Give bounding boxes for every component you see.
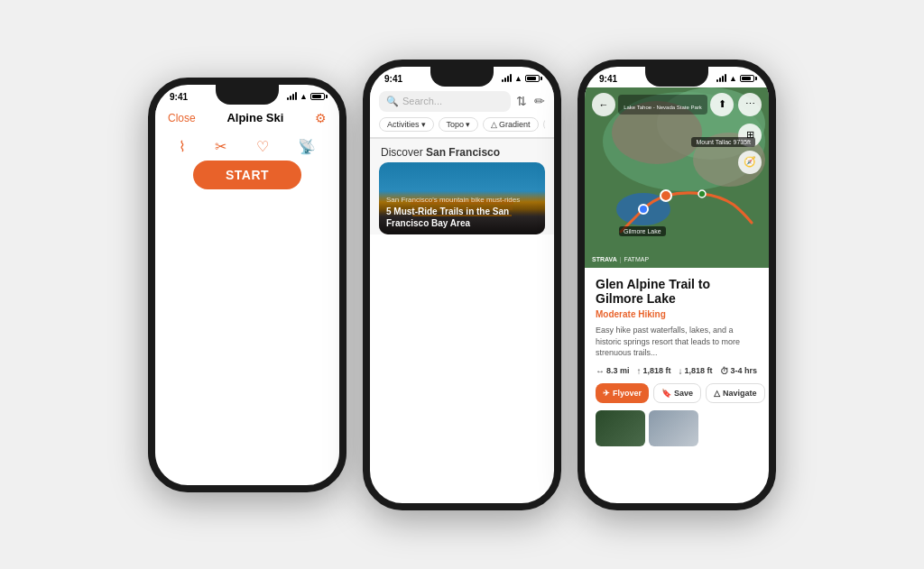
filter-lift[interactable]: ✓ Lif... xyxy=(543,117,545,132)
lake-label: Gilmore Lake xyxy=(619,226,666,236)
discover-prefix: Discover xyxy=(381,146,423,159)
search-placeholder: Search... xyxy=(402,96,442,106)
phone2-content: 🔍 Search... ⇅ ✏ Activities ▾ Topo xyxy=(370,87,554,234)
svg-point-34 xyxy=(639,205,648,214)
battery-icon xyxy=(310,93,325,100)
bookmark-icon: 🔖 xyxy=(661,389,671,398)
discover-image-overlay: San Francisco's mountain bike must-rides… xyxy=(379,190,545,234)
flyover-button[interactable]: ✈ Flyover xyxy=(596,383,649,403)
search-actions: ⇅ ✏ xyxy=(516,94,545,108)
close-button[interactable]: Close xyxy=(168,112,196,124)
brand-logo-3: STRAVA | FATMAP xyxy=(592,256,649,262)
trail-actions: ✈ Flyover 🔖 Save △ Navigate ↓ xyxy=(596,383,758,403)
gradient-icon: △ xyxy=(491,120,497,129)
nav-bar-1: Close Alpine Ski ⚙ xyxy=(155,106,339,131)
flyover-label: Flyover xyxy=(613,389,642,398)
navigate-button[interactable]: △ Navigate xyxy=(706,383,765,403)
trail-distance-value: 8.3 mi xyxy=(606,366,630,375)
filter-topo-label: Topo xyxy=(447,120,465,129)
trail-photo-mountain[interactable] xyxy=(649,410,698,446)
signal-icon-3 xyxy=(716,75,726,82)
filter-gradient-label: Gradient xyxy=(499,120,531,129)
status-indicators-1: ▲ xyxy=(287,92,325,101)
phone-san-francisco: 9:41 ▲ 🔍 Search... ⇅ xyxy=(363,60,561,510)
wifi-icon: ▲ xyxy=(300,92,308,101)
start-button[interactable]: START xyxy=(193,161,301,189)
chevron-down-icon-2: ▾ xyxy=(466,120,470,129)
compass-icon[interactable]: 🧭 xyxy=(738,151,762,174)
svg-point-36 xyxy=(698,190,706,197)
search-bar-area: 🔍 Search... ⇅ ✏ Activities ▾ Topo xyxy=(370,87,554,138)
filter-activities[interactable]: Activities ▾ xyxy=(379,117,434,132)
battery-icon-3 xyxy=(740,75,754,82)
share-button[interactable]: ⬆ xyxy=(710,93,734,116)
discover-header: Discover San Francisco xyxy=(370,139,554,162)
filter-topo[interactable]: Topo ▾ xyxy=(439,117,479,132)
phone1-content: Close Alpine Ski ⚙ xyxy=(155,106,339,197)
route-create-icon[interactable]: ⇅ xyxy=(516,94,527,108)
trail-stat-gain: ↑ 1,818 ft xyxy=(637,366,671,376)
edit-icon[interactable]: ✏ xyxy=(534,94,545,108)
trail-map[interactable]: ← Lake Tahoe - Nevada State Park ⬆ ⋯ ⊞ 🧭… xyxy=(585,87,769,268)
phone-glen-alpine: 9:41 ▲ xyxy=(578,60,776,510)
location-banner: Lake Tahoe - Nevada State Park xyxy=(618,95,707,115)
heart-icon[interactable]: ♡ xyxy=(256,138,269,155)
elevation-loss-icon: ↓ xyxy=(679,366,683,376)
trail-stat-distance: ↔ 8.3 mi xyxy=(596,366,630,376)
discover-image-card[interactable]: San Francisco's mountain bike must-rides… xyxy=(379,162,545,234)
bottom-toolbar-1: ⌇ ✂ ♡ 📡 START xyxy=(155,131,339,197)
navigate-label: Navigate xyxy=(723,389,757,398)
wifi-icon-3: ▲ xyxy=(729,74,737,83)
discover-subtitle: San Francisco's mountain bike must-rides xyxy=(386,196,538,204)
battery-icon-2 xyxy=(525,75,540,82)
search-input-field[interactable]: 🔍 Search... xyxy=(379,91,511,112)
screen-title-1: Alpine Ski xyxy=(226,111,283,124)
chevron-down-icon: ▾ xyxy=(421,120,426,129)
scissors-icon[interactable]: ✂ xyxy=(215,138,226,155)
trail-photos xyxy=(596,410,758,446)
navigate-icon: △ xyxy=(714,389,720,398)
trail-loss-value: 1,818 ft xyxy=(685,366,713,375)
phone-alpine-ski: 9:41 ▲ Close Alpine Ski ⚙ xyxy=(148,78,346,492)
discover-location: San Francisco xyxy=(426,146,500,159)
save-button[interactable]: 🔖 Save xyxy=(653,383,701,403)
signal-broadcast-icon[interactable]: 📡 xyxy=(298,138,316,155)
wifi-icon-2: ▲ xyxy=(514,74,522,83)
status-indicators-3: ▲ xyxy=(716,74,754,83)
flyover-icon: ✈ xyxy=(603,389,610,398)
layers-side-buttons: ⊞ 🧭 xyxy=(738,124,762,174)
search-row: 🔍 Search... ⇅ ✏ xyxy=(379,91,545,112)
time-icon: ⏱ xyxy=(720,366,729,376)
status-time-1: 9:41 xyxy=(170,92,188,102)
trail-gain-value: 1,818 ft xyxy=(643,366,671,375)
search-icon: 🔍 xyxy=(386,96,399,107)
peak-label: Mount Tallac 9735ft xyxy=(691,137,755,147)
status-indicators-2: ▲ xyxy=(502,74,540,83)
more-options-button[interactable]: ⋯ xyxy=(738,93,762,116)
filter-gradient[interactable]: △ Gradient xyxy=(483,117,539,132)
phone-notch xyxy=(216,85,279,105)
discover-card: Discover San Francisco San Francisco's m… xyxy=(370,138,554,234)
location-label-text: Lake Tahoe - Nevada State Park xyxy=(624,105,702,110)
trail-stat-time: ⏱ 3-4 hrs xyxy=(720,366,758,376)
status-time-2: 9:41 xyxy=(384,74,402,84)
trail-photo-tree[interactable] xyxy=(596,410,645,446)
trail-map-top-bar: ← Lake Tahoe - Nevada State Park ⬆ ⋯ xyxy=(585,87,769,122)
elevation-gain-icon: ↑ xyxy=(637,366,642,376)
trail-description: Easy hike past waterfalls, lakes, and a … xyxy=(596,325,758,359)
trail-info-panel: Glen Alpine Trail to Gilmore Lake Modera… xyxy=(585,268,769,455)
save-label: Save xyxy=(674,389,693,398)
back-button[interactable]: ← xyxy=(592,93,615,116)
status-time-3: 9:41 xyxy=(599,74,617,84)
distance-icon: ↔ xyxy=(596,366,605,376)
strava-text-3: STRAVA xyxy=(592,256,617,262)
trail-time-value: 3-4 hrs xyxy=(731,366,758,375)
trail-type: Moderate Hiking xyxy=(596,309,758,319)
trail-stat-loss: ↓ 1,818 ft xyxy=(679,366,713,376)
phone-notch-2 xyxy=(430,67,494,87)
trail-stats: ↔ 8.3 mi ↑ 1,818 ft ↓ 1,818 ft ⏱ 3-4 hrs xyxy=(596,366,758,376)
fatmap-text-3: FATMAP xyxy=(624,256,649,262)
settings-icon[interactable]: ⚙ xyxy=(315,111,327,125)
trail-title: Glen Alpine Trail to Gilmore Lake xyxy=(596,277,758,307)
route-icon[interactable]: ⌇ xyxy=(179,138,186,155)
